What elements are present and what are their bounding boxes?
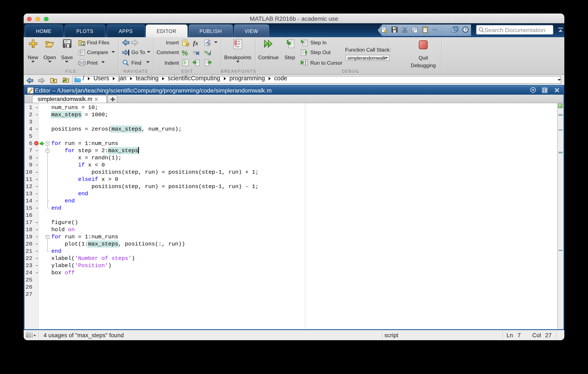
svg-text:%: % [182, 49, 188, 56]
svg-text:fi: fi [207, 42, 210, 46]
svg-text:%: % [207, 52, 210, 56]
svg-text:fx: fx [193, 40, 198, 46]
svg-text:?: ? [464, 27, 467, 32]
